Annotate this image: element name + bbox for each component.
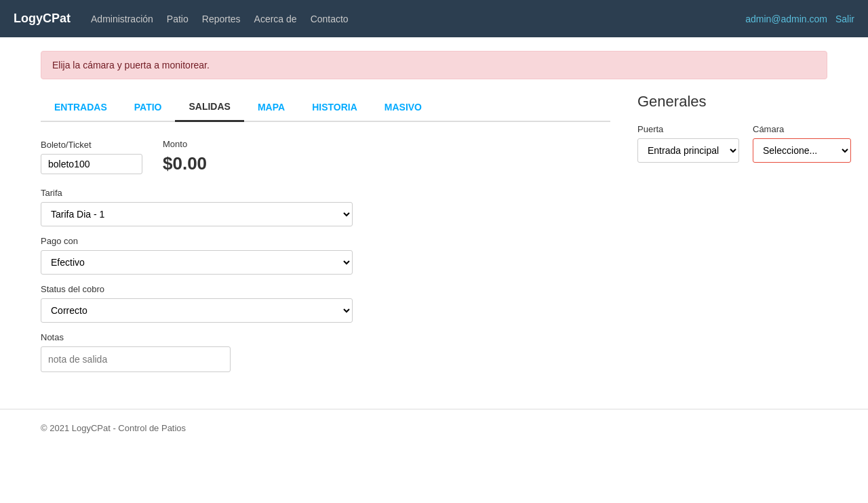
notas-group: Notas xyxy=(41,332,610,372)
nav-links: Administración Patio Reportes Acerca de … xyxy=(91,14,745,24)
boleto-label: Boleto/Ticket xyxy=(41,140,142,150)
monto-display: $0.00 xyxy=(163,153,207,174)
generales-title: Generales xyxy=(637,93,827,110)
user-email: admin@admin.com xyxy=(745,14,827,24)
generales-grid: Puerta Entrada principal Salida principa… xyxy=(637,124,827,163)
brand-logo: LogyCPat xyxy=(14,12,71,26)
monto-label: Monto xyxy=(163,139,207,149)
camara-label: Cámara xyxy=(753,124,851,134)
nav-administracion[interactable]: Administración xyxy=(91,14,153,24)
alert-message: Elija la cámara y puerta a monitorear. xyxy=(52,60,210,71)
camara-select[interactable]: Seleccione... Cámara 1 Cámara 2 xyxy=(753,138,851,163)
notas-label: Notas xyxy=(41,332,610,342)
tab-patio[interactable]: PATIO xyxy=(121,93,176,121)
camara-col: Cámara Seleccione... Cámara 1 Cámara 2 xyxy=(753,124,851,163)
tarifa-select[interactable]: Tarifa Dia - 1 Tarifa Dia - 2 Tarifa Noc… xyxy=(41,202,353,226)
tab-entradas[interactable]: ENTRADAS xyxy=(41,93,121,121)
nav-reportes[interactable]: Reportes xyxy=(202,14,241,24)
logout-button[interactable]: Salir xyxy=(835,14,854,24)
navbar: LogyCPat Administración Patio Reportes A… xyxy=(0,0,868,37)
pago-group: Pago con Efectivo Tarjeta Transferencia xyxy=(41,236,610,275)
footer: © 2021 LogyCPat - Control de Patios xyxy=(0,409,868,447)
tarifa-group: Tarifa Tarifa Dia - 1 Tarifa Dia - 2 Tar… xyxy=(41,188,610,226)
boleto-monto-row: Boleto/Ticket Monto $0.00 xyxy=(41,139,610,174)
main-content: ENTRADAS PATIO SALIDAS MAPA HISTORIA MAS… xyxy=(41,93,827,382)
boleto-input[interactable] xyxy=(41,154,142,174)
alert-banner: Elija la cámara y puerta a monitorear. xyxy=(41,51,827,79)
monto-group: Monto $0.00 xyxy=(163,139,207,174)
puerta-label: Puerta xyxy=(637,124,739,134)
notas-input[interactable] xyxy=(41,346,231,372)
status-select[interactable]: Correcto Pendiente Cancelado xyxy=(41,298,353,323)
left-panel: ENTRADAS PATIO SALIDAS MAPA HISTORIA MAS… xyxy=(41,93,610,382)
puerta-col: Puerta Entrada principal Salida principa… xyxy=(637,124,739,163)
pago-select[interactable]: Efectivo Tarjeta Transferencia xyxy=(41,250,353,275)
tab-historia[interactable]: HISTORIA xyxy=(298,93,371,121)
tarifa-label: Tarifa xyxy=(41,188,610,198)
status-group: Status del cobro Correcto Pendiente Canc… xyxy=(41,284,610,323)
tab-mapa[interactable]: MAPA xyxy=(244,93,298,121)
boleto-group: Boleto/Ticket xyxy=(41,140,142,174)
nav-acerca[interactable]: Acerca de xyxy=(254,14,297,24)
tab-bar: ENTRADAS PATIO SALIDAS MAPA HISTORIA MAS… xyxy=(41,93,610,122)
tab-masivo[interactable]: MASIVO xyxy=(371,93,435,121)
puerta-select[interactable]: Entrada principal Salida principal Later… xyxy=(637,138,739,163)
footer-text: © 2021 LogyCPat - Control de Patios xyxy=(41,423,186,433)
nav-patio[interactable]: Patio xyxy=(167,14,189,24)
tab-salidas[interactable]: SALIDAS xyxy=(175,93,243,122)
right-panel: Generales Puerta Entrada principal Salid… xyxy=(637,93,827,382)
navbar-right: admin@admin.com Salir xyxy=(745,14,854,24)
pago-label: Pago con xyxy=(41,236,610,246)
nav-contacto[interactable]: Contacto xyxy=(311,14,349,24)
status-label: Status del cobro xyxy=(41,284,610,294)
